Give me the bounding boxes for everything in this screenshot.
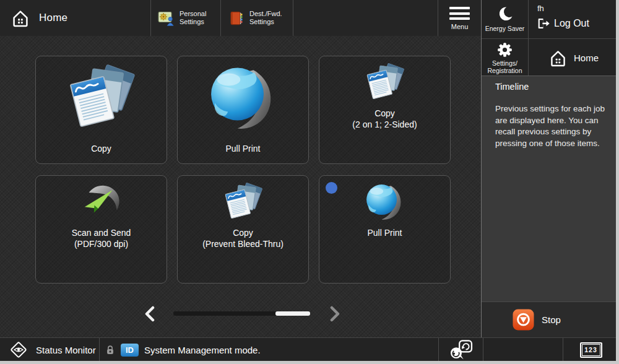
counter-check-button[interactable]: 123 — [563, 338, 619, 362]
logout-cell[interactable]: fh Log Out — [529, 0, 619, 38]
copy-documents-icon — [65, 61, 138, 134]
tile-copy-2on1-2sided[interactable]: Copy(2 on 1; 2-Sided) — [319, 56, 451, 164]
tab-dest-fwd-settings[interactable]: Dest./Fwd. Settings — [221, 0, 293, 36]
top-bar: Home Personal Settings Dest./Fwd. Settin… — [0, 0, 482, 37]
divider — [483, 338, 483, 362]
copy-documents-icon — [364, 61, 406, 103]
lock-icon — [105, 344, 116, 355]
stop-icon — [513, 309, 534, 331]
energy-saver-button[interactable]: Energy Saver — [482, 0, 528, 38]
status-monitor-icon — [9, 340, 28, 359]
tab-label: Dest./Fwd. Settings — [249, 10, 282, 26]
panel-home-button[interactable]: Home — [529, 39, 619, 76]
stop-row: Stop — [482, 301, 619, 337]
tile-label: Copy(2 on 1; 2-Sided) — [352, 108, 417, 130]
tab-personal-settings[interactable]: Personal Settings — [151, 0, 220, 36]
settings-label: Settings/ Registration — [487, 59, 522, 74]
home-button[interactable]: Home — [0, 0, 150, 36]
page-previous-button[interactable] — [142, 305, 158, 323]
screen-switch-icon — [449, 340, 473, 360]
system-message-area: ID System Management mode. — [100, 338, 438, 362]
screen-edge — [0, 361, 619, 364]
tile-copy[interactable]: Copy — [35, 56, 167, 164]
tile-label: Copy — [91, 143, 111, 154]
moon-icon — [497, 6, 513, 22]
tab-label: Personal Settings — [180, 10, 206, 26]
printer-touchscreen: Home Personal Settings Dest./Fwd. Settin… — [0, 0, 619, 364]
id-badge: ID — [121, 344, 139, 357]
right-panel-row1: Energy Saver fh Log Out — [482, 0, 619, 38]
personal-settings-icon — [158, 11, 175, 26]
timeline-panel: Timeline Previous settings for each job … — [482, 76, 619, 301]
home-tiles-area: Copy Pull Print Copy(2 on 1; 2-Sided) Sc… — [0, 36, 482, 337]
home-icon — [549, 49, 567, 67]
panel-divider — [481, 0, 482, 337]
tile-pull-print[interactable]: Pull Print — [177, 56, 309, 164]
tile-pull-print-2[interactable]: Pull Print — [319, 175, 451, 284]
timeline-title: Timeline — [495, 82, 529, 92]
address-book-icon — [228, 11, 245, 26]
tile-label: Pull Print — [367, 227, 402, 238]
tile-label: Copy(Prevent Bleed-Thru) — [202, 227, 284, 249]
home-label: Home — [39, 12, 67, 24]
logged-in-user: fh — [537, 4, 544, 13]
screen-switch-button[interactable] — [439, 338, 483, 362]
stop-button[interactable]: Stop — [513, 309, 561, 331]
notification-dot — [326, 182, 337, 194]
page-next-button[interactable] — [326, 305, 342, 323]
hamburger-icon — [449, 7, 470, 20]
home-icon — [11, 9, 30, 27]
bottom-status-bar: Status Monitor ID System Management mode… — [0, 337, 619, 361]
tile-copy-prevent-bleed-thru[interactable]: Copy(Prevent Bleed-Thru) — [177, 175, 309, 284]
right-panel: Energy Saver fh Log Out Settings/ Regist… — [482, 0, 619, 337]
screen-edge — [616, 0, 619, 364]
globe-icon — [207, 61, 280, 134]
tile-label: Pull Print — [225, 143, 260, 154]
tile-label: Scan and Send(PDF/300 dpi) — [72, 227, 131, 249]
divider — [293, 0, 293, 36]
copy-documents-icon — [222, 181, 264, 223]
timeline-description: Previous settings for each job are displ… — [495, 103, 610, 149]
logout-button[interactable]: Log Out — [536, 17, 589, 30]
page-scrollbar[interactable] — [173, 311, 310, 316]
system-message: System Management mode. — [144, 345, 261, 355]
globe-icon — [364, 181, 406, 223]
right-panel-row2: Settings/ Registration Home — [482, 38, 619, 76]
page-scrollbar-thumb[interactable] — [275, 311, 310, 316]
counter-icon: 123 — [580, 342, 602, 358]
settings-registration-button[interactable]: Settings/ Registration — [482, 39, 528, 76]
menu-button[interactable]: Menu — [438, 0, 481, 36]
gear-icon — [497, 42, 513, 58]
paper-plane-icon — [80, 181, 123, 223]
logout-icon — [536, 17, 550, 30]
menu-label: Menu — [451, 23, 469, 30]
tile-scan-and-send[interactable]: Scan and Send(PDF/300 dpi) — [35, 175, 167, 284]
status-monitor-button[interactable]: Status Monitor — [0, 338, 99, 362]
